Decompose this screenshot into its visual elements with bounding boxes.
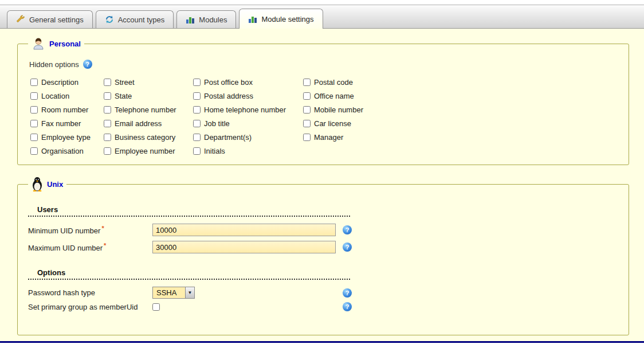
options-section-title: Options — [37, 268, 65, 277]
penguin-icon — [32, 177, 43, 191]
tab-module-settings[interactable]: Module settings — [239, 9, 323, 29]
hidden-option-checkbox[interactable] — [193, 92, 201, 100]
hidden-option-label: Fax number — [41, 119, 81, 128]
hidden-option-label: Employee type — [41, 133, 91, 142]
hidden-option-checkbox-item[interactable]: Employee number — [104, 147, 193, 155]
hidden-option-checkbox[interactable] — [104, 79, 111, 86]
password-hash-row: Password hash type SSHA ▼ ? — [28, 287, 618, 299]
unix-fieldset: Unix Users Minimum UID number* ? Maximum… — [17, 177, 629, 335]
hidden-option-checkbox[interactable] — [193, 79, 201, 86]
hidden-option-checkbox-item[interactable]: Organisation — [30, 147, 104, 155]
hidden-option-checkbox[interactable] — [193, 120, 201, 127]
tab-bar: General settings Account types Modules M… — [0, 5, 644, 29]
hidden-option-checkbox[interactable] — [104, 106, 111, 114]
hidden-option-checkbox[interactable] — [104, 92, 111, 100]
content-area: Personal Hidden options ? Description St… — [0, 29, 644, 343]
tab-account-types[interactable]: Account types — [96, 10, 174, 28]
personal-legend-label: Personal — [49, 40, 81, 48]
hidden-option-checkbox[interactable] — [104, 147, 111, 155]
hidden-option-checkbox[interactable] — [303, 134, 311, 141]
required-marker: * — [101, 225, 104, 232]
hidden-option-checkbox[interactable] — [30, 106, 38, 114]
hidden-option-checkbox[interactable] — [193, 134, 201, 141]
module-settings-page: General settings Account types Modules M… — [0, 0, 644, 348]
hidden-option-checkbox-item[interactable]: Postal address — [193, 92, 303, 100]
hidden-option-checkbox[interactable] — [30, 120, 38, 127]
module-settings-icon — [248, 14, 257, 24]
hidden-option-checkbox-item[interactable]: Description — [30, 78, 104, 87]
hidden-option-checkbox[interactable] — [30, 92, 38, 100]
hidden-option-label: Email address — [115, 119, 162, 128]
hidden-option-label: Mobile number — [314, 105, 363, 114]
hidden-option-checkbox-item[interactable]: Email address — [104, 119, 193, 128]
hidden-option-checkbox[interactable] — [303, 92, 311, 100]
max-uid-label: Maximum UID number — [28, 244, 103, 252]
unix-legend: Unix — [28, 177, 66, 191]
hidden-option-checkbox-item[interactable]: Employee type — [30, 133, 104, 142]
hidden-option-checkbox-item[interactable]: Car license — [303, 119, 618, 128]
hidden-option-checkbox[interactable] — [104, 134, 111, 141]
hidden-option-label: Department(s) — [204, 133, 252, 142]
hidden-option-label: Room number — [41, 105, 88, 114]
hidden-option-checkbox[interactable] — [193, 147, 201, 155]
password-hash-select[interactable]: SSHA ▼ — [152, 287, 195, 299]
hidden-options-row: Hidden options ? — [29, 60, 618, 69]
hidden-option-checkbox-item[interactable]: Department(s) — [193, 133, 303, 142]
hidden-option-checkbox-item[interactable]: Street — [104, 78, 193, 87]
member-uid-row: Set primary group as memberUid ? — [28, 302, 618, 311]
hidden-option-checkbox-item[interactable]: Room number — [30, 105, 104, 114]
hidden-option-checkbox-item[interactable]: Post office box — [193, 78, 303, 87]
hidden-option-checkbox-item[interactable]: Office name — [303, 92, 618, 100]
hidden-option-checkbox[interactable] — [30, 79, 38, 86]
member-uid-checkbox[interactable] — [152, 303, 160, 311]
help-icon[interactable]: ? — [343, 225, 352, 234]
hidden-option-label: Telephone number — [115, 105, 176, 114]
help-icon[interactable]: ? — [343, 243, 352, 252]
hidden-option-label: State — [115, 92, 132, 100]
hidden-option-label: Employee number — [115, 147, 175, 155]
hidden-option-checkbox-item[interactable]: Location — [30, 92, 104, 100]
hidden-option-label: Description — [41, 78, 78, 87]
hidden-option-label: Location — [41, 92, 69, 100]
users-section-header: Users — [28, 203, 350, 217]
personal-fieldset: Personal Hidden options ? Description St… — [17, 37, 629, 165]
hidden-option-checkbox-item[interactable]: State — [104, 92, 193, 100]
max-uid-input[interactable] — [152, 241, 336, 253]
hidden-option-checkbox-item[interactable]: Business category — [104, 133, 193, 142]
hidden-option-checkbox-item[interactable]: Home telephone number — [193, 105, 303, 114]
modules-icon — [186, 15, 195, 24]
hidden-option-checkbox[interactable] — [30, 147, 38, 155]
min-uid-row: Minimum UID number* ? — [28, 224, 618, 236]
hidden-options-label: Hidden options — [29, 60, 79, 69]
help-icon[interactable]: ? — [83, 60, 92, 69]
personal-legend: Personal — [28, 37, 84, 50]
hidden-option-checkbox-item[interactable]: Telephone number — [104, 105, 193, 114]
hidden-option-checkbox[interactable] — [30, 134, 38, 141]
hidden-option-checkbox-item[interactable]: Fax number — [30, 119, 104, 128]
password-hash-label: Password hash type — [28, 288, 152, 297]
help-icon[interactable]: ? — [343, 288, 352, 298]
hidden-option-label: Postal address — [204, 92, 253, 100]
help-icon[interactable]: ? — [343, 302, 352, 311]
hidden-option-label: Office name — [314, 92, 354, 100]
hidden-option-checkbox-item[interactable]: Job title — [193, 119, 303, 128]
hidden-option-checkbox[interactable] — [104, 120, 111, 127]
hidden-option-checkbox[interactable] — [303, 120, 311, 127]
hidden-option-label: Manager — [314, 133, 343, 142]
hidden-option-checkbox[interactable] — [193, 106, 201, 114]
hidden-option-checkbox-item[interactable]: Initials — [193, 147, 303, 155]
tab-modules[interactable]: Modules — [176, 10, 236, 28]
wrench-icon — [16, 15, 25, 24]
hidden-option-checkbox[interactable] — [303, 79, 311, 86]
chevron-down-icon: ▼ — [185, 287, 194, 298]
hidden-option-checkbox[interactable] — [303, 106, 311, 114]
hidden-option-checkbox-item[interactable]: Manager — [303, 133, 618, 142]
tab-label: Module settings — [261, 15, 313, 24]
users-section-title: Users — [37, 205, 58, 214]
hidden-option-checkbox-item[interactable]: Mobile number — [303, 105, 618, 114]
hidden-option-checkbox-item[interactable]: Postal code — [303, 78, 618, 87]
hidden-options-grid: Description Street Post office box Posta… — [30, 78, 618, 155]
tab-general-settings[interactable]: General settings — [7, 10, 93, 28]
min-uid-input[interactable] — [152, 224, 336, 236]
hidden-option-label: Job title — [204, 119, 230, 128]
